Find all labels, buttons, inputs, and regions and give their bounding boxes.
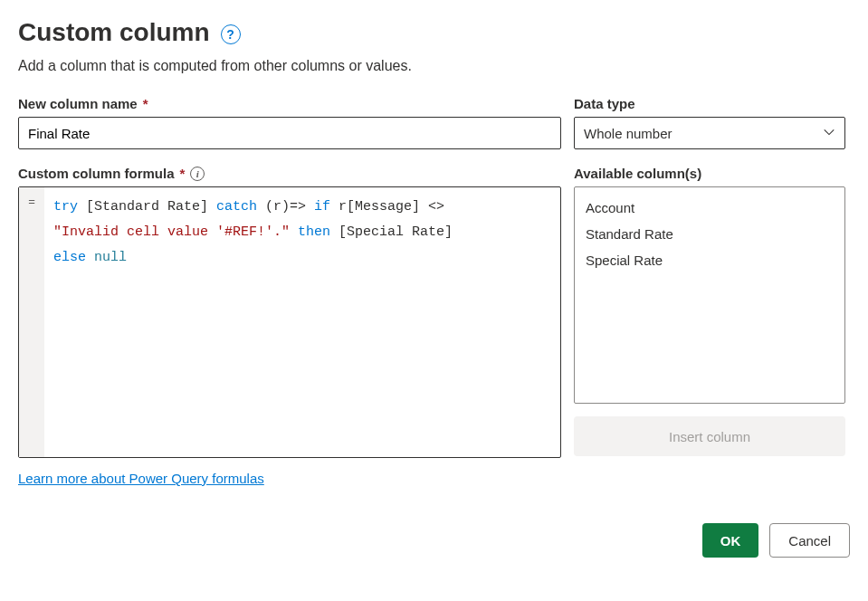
column-name-input[interactable] — [18, 117, 561, 149]
help-icon[interactable]: ? — [221, 24, 241, 44]
column-name-label: New column name — [18, 96, 138, 111]
available-columns-list: Account Standard Rate Special Rate — [574, 186, 845, 404]
dialog-title: Custom column — [18, 18, 210, 47]
formula-editor[interactable]: = try [Standard Rate] catch (r)=> if r[M… — [18, 186, 561, 458]
insert-column-button: Insert column — [574, 416, 845, 456]
chevron-down-icon — [823, 126, 835, 141]
data-type-select[interactable]: Whole number — [574, 117, 845, 149]
available-columns-label: Available column(s) — [574, 166, 701, 181]
dialog-subtitle: Add a column that is computed from other… — [18, 58, 850, 74]
data-type-value: Whole number — [584, 126, 672, 141]
formula-code[interactable]: try [Standard Rate] catch (r)=> if r[Mes… — [44, 187, 560, 457]
data-type-label: Data type — [574, 96, 635, 111]
required-asterisk: * — [180, 166, 186, 181]
list-item[interactable]: Account — [575, 195, 844, 221]
cancel-button[interactable]: Cancel — [769, 523, 850, 558]
required-asterisk: * — [143, 96, 148, 111]
list-item[interactable]: Special Rate — [575, 247, 844, 273]
ok-button[interactable]: OK — [702, 523, 759, 558]
formula-gutter: = — [19, 187, 44, 457]
info-icon[interactable]: i — [190, 167, 205, 181]
learn-more-link[interactable]: Learn more about Power Query formulas — [18, 471, 264, 486]
list-item[interactable]: Standard Rate — [575, 221, 844, 247]
formula-label: Custom column formula — [18, 166, 175, 181]
